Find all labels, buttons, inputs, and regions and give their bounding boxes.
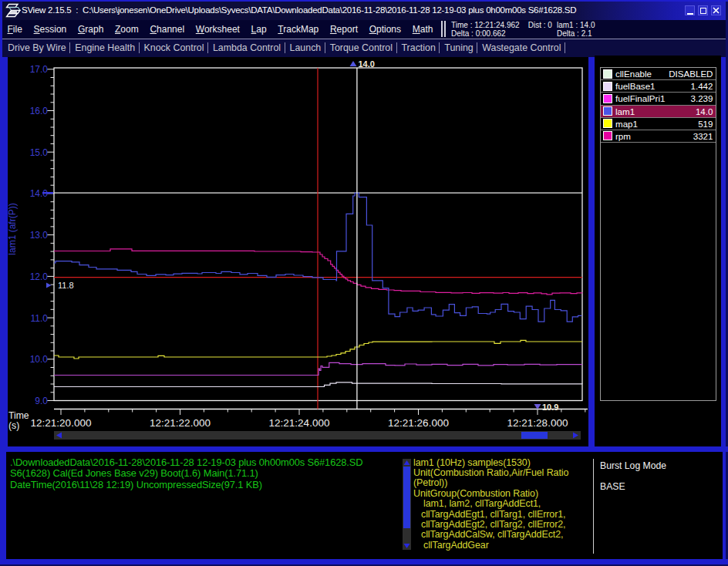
svg-text:10.0: 10.0 bbox=[30, 354, 49, 365]
svg-text:15.0: 15.0 bbox=[30, 147, 49, 158]
svg-text:11.8: 11.8 bbox=[58, 281, 74, 290]
svg-text:12:21:22.000: 12:21:22.000 bbox=[150, 417, 211, 429]
svg-text:12:21:24.000: 12:21:24.000 bbox=[269, 417, 330, 429]
svg-text:lam1 (afr(P)): lam1 (afr(P)) bbox=[7, 203, 18, 254]
svg-text:12:21:26.000: 12:21:26.000 bbox=[388, 417, 449, 429]
svg-text:16.0: 16.0 bbox=[30, 106, 49, 116]
svg-text:11.0: 11.0 bbox=[31, 313, 49, 324]
svg-text:12.0: 12.0 bbox=[30, 271, 49, 282]
svg-text:12:21:28.000: 12:21:28.000 bbox=[507, 417, 568, 429]
svg-text:13.0: 13.0 bbox=[30, 230, 49, 241]
svg-text:14.0: 14.0 bbox=[359, 59, 375, 69]
svg-text:9.0: 9.0 bbox=[35, 396, 48, 406]
svg-text:10.9: 10.9 bbox=[542, 403, 558, 412]
svg-text:12:21:20.000: 12:21:20.000 bbox=[31, 417, 92, 429]
svg-text:17.0: 17.0 bbox=[30, 64, 49, 75]
